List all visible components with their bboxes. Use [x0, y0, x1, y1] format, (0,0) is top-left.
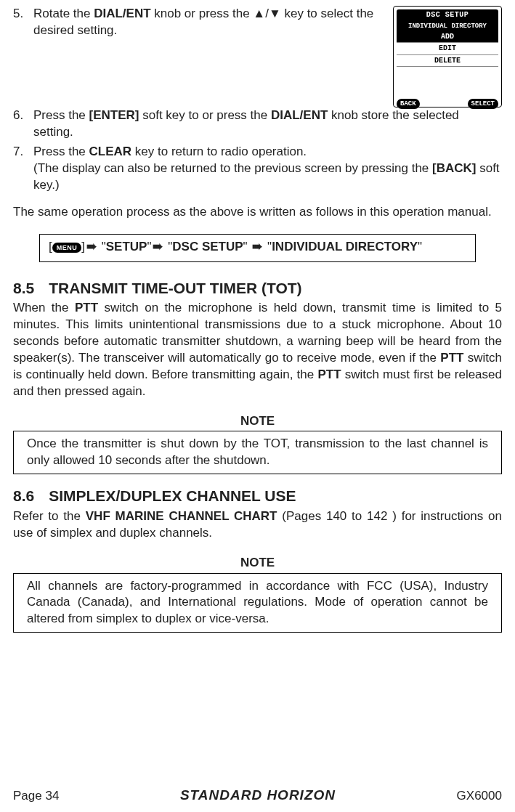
- step-text: Press the [ENTER] soft key to or press t…: [33, 107, 502, 141]
- bold: [ENTER]: [89, 108, 139, 122]
- text: key to return to radio operation.: [131, 145, 307, 158]
- bold: DIAL/ENT: [94, 7, 150, 20]
- text: (The display can also be returned to the…: [33, 161, 432, 175]
- bold: VHF MARINE CHANNEL CHART: [86, 509, 277, 523]
- breadcrumb-item: DSC SETUP: [172, 240, 243, 253]
- section-title: SIMPLEX/DUPLEX CHANNEL USE: [49, 486, 296, 506]
- menu-breadcrumb: [MENU]➠ "SETUP"➠ "DSC SETUP" ➠ "INDIVIDU…: [39, 234, 476, 262]
- bold: CLEAR: [89, 145, 132, 158]
- bold: PTT: [440, 351, 463, 365]
- text: Refer to the: [13, 509, 86, 523]
- step-text: Rotate the DIAL/ENT knob or press the ▲/…: [33, 6, 386, 39]
- lcd-softkey-back: BACK: [397, 99, 420, 109]
- section-86-paragraph: Refer to the VHF MARINE CHANNEL CHART (P…: [13, 508, 502, 542]
- text: soft key to or press the: [139, 108, 271, 122]
- quote: ": [243, 240, 248, 253]
- lcd-item-edit: EDIT: [397, 43, 498, 55]
- note-label: NOTE: [13, 555, 502, 572]
- model-number: GX6000: [457, 788, 502, 805]
- lcd-softkey-select: SELECT: [468, 99, 498, 109]
- breadcrumb-item: SETUP: [106, 240, 147, 253]
- breadcrumb-item: INDIVIDUAL DIRECTORY: [272, 240, 418, 253]
- step-5-row: 5. Rotate the DIAL/ENT knob or press the…: [13, 6, 502, 107]
- step-7: 7. Press the CLEAR key to return to radi…: [13, 144, 502, 194]
- page-footer: Page 34 STANDARD HORIZON GX6000: [13, 786, 502, 805]
- step-text: Press the CLEAR key to return to radio o…: [33, 144, 502, 194]
- lcd-screen: DSC SETUP INDIVIDUAL DIRECTORY ADD EDIT …: [393, 6, 502, 107]
- lcd-item-delete: DELETE: [397, 55, 498, 68]
- text: Rotate the: [33, 7, 94, 20]
- brand-logo: STANDARD HORIZON: [180, 786, 336, 805]
- arrow-icon: ➠: [252, 239, 262, 256]
- page-number: Page 34: [13, 788, 59, 805]
- menu-pill: MENU: [52, 243, 82, 253]
- bold: PTT: [75, 301, 98, 314]
- section-number: 8.5: [13, 278, 34, 299]
- arrow-icon: ➠: [86, 239, 97, 256]
- step-number: 6.: [13, 107, 33, 141]
- section-85-paragraph: When the PTT switch on the microphone is…: [13, 300, 502, 400]
- bold: DIAL/ENT: [271, 108, 328, 122]
- step-number: 7.: [13, 144, 33, 194]
- text: Press the: [33, 145, 89, 158]
- lcd-subtitle: INDIVIDUAL DIRECTORY: [397, 21, 498, 31]
- lcd-title: DSC SETUP: [397, 9, 498, 21]
- arrow-icon: ➠: [153, 239, 163, 256]
- section-heading-85: 8.5 TRANSMIT TIME-OUT TIMER (TOT): [13, 278, 502, 299]
- section-heading-86: 8.6 SIMPLEX/DUPLEX CHANNEL USE: [13, 486, 502, 506]
- lcd-item-add: ADD: [397, 31, 498, 44]
- note-box-2: All channels are factory-programmed in a…: [13, 573, 502, 633]
- bold: [BACK]: [432, 161, 476, 175]
- text: When the: [13, 301, 75, 314]
- bold: PTT: [317, 368, 341, 381]
- step-5: 5. Rotate the DIAL/ENT knob or press the…: [13, 6, 386, 39]
- same-operation-paragraph: The same operation process as the above …: [13, 204, 502, 221]
- step-number: 5.: [13, 6, 33, 39]
- section-number: 8.6: [13, 486, 34, 506]
- quote: ": [418, 240, 422, 253]
- note-label: NOTE: [13, 413, 502, 430]
- quote: ": [147, 240, 151, 253]
- step-6: 6. Press the [ENTER] soft key to or pres…: [13, 107, 502, 141]
- section-title: TRANSMIT TIME-OUT TIMER (TOT): [49, 278, 301, 299]
- note-box-1: Once the transmitter is shut down by the…: [13, 431, 502, 474]
- text: Press the: [33, 108, 89, 122]
